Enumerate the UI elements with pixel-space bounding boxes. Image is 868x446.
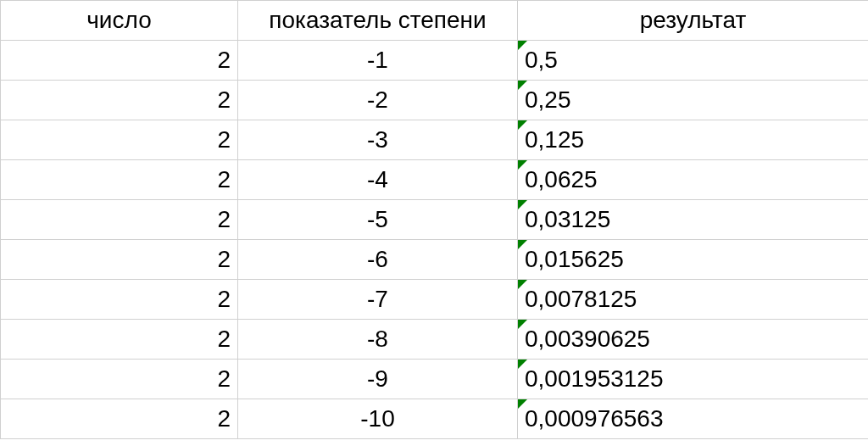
cell-result[interactable]: 0,125	[518, 120, 869, 160]
cell-exponent[interactable]: -2	[238, 81, 518, 120]
table-row: 2 -10 0,000976563	[1, 399, 869, 439]
cell-exponent[interactable]: -8	[238, 320, 518, 360]
table-row: 2 -9 0,001953125	[1, 360, 869, 399]
cell-number[interactable]: 2	[1, 240, 238, 280]
table-header-row: число показатель степени результат	[1, 1, 869, 41]
cell-number[interactable]: 2	[1, 360, 238, 399]
cell-result[interactable]: 0,03125	[518, 200, 869, 240]
cell-result[interactable]: 0,0625	[518, 160, 869, 200]
cell-number[interactable]: 2	[1, 160, 238, 200]
cell-result[interactable]: 0,015625	[518, 240, 869, 280]
power-table: число показатель степени результат 2 -1 …	[0, 0, 868, 439]
cell-exponent[interactable]: -9	[238, 360, 518, 399]
header-exponent[interactable]: показатель степени	[238, 1, 518, 41]
cell-result[interactable]: 0,25	[518, 81, 869, 120]
table-row: 2 -3 0,125	[1, 120, 869, 160]
cell-exponent[interactable]: -10	[238, 399, 518, 439]
cell-result[interactable]: 0,5	[518, 41, 869, 81]
cell-result[interactable]: 0,000976563	[518, 399, 869, 439]
cell-exponent[interactable]: -3	[238, 120, 518, 160]
table-row: 2 -6 0,015625	[1, 240, 869, 280]
cell-number[interactable]: 2	[1, 120, 238, 160]
cell-number[interactable]: 2	[1, 280, 238, 320]
cell-exponent[interactable]: -5	[238, 200, 518, 240]
cell-exponent[interactable]: -4	[238, 160, 518, 200]
table-row: 2 -1 0,5	[1, 41, 869, 81]
cell-result[interactable]: 0,001953125	[518, 360, 869, 399]
cell-exponent[interactable]: -6	[238, 240, 518, 280]
table-row: 2 -2 0,25	[1, 81, 869, 120]
cell-number[interactable]: 2	[1, 41, 238, 81]
header-number[interactable]: число	[1, 1, 238, 41]
cell-result[interactable]: 0,0078125	[518, 280, 869, 320]
header-result[interactable]: результат	[518, 1, 869, 41]
cell-number[interactable]: 2	[1, 200, 238, 240]
cell-exponent[interactable]: -1	[238, 41, 518, 81]
table-row: 2 -4 0,0625	[1, 160, 869, 200]
cell-number[interactable]: 2	[1, 320, 238, 360]
table-row: 2 -7 0,0078125	[1, 280, 869, 320]
cell-number[interactable]: 2	[1, 81, 238, 120]
cell-number[interactable]: 2	[1, 399, 238, 439]
cell-result[interactable]: 0,00390625	[518, 320, 869, 360]
table-row: 2 -5 0,03125	[1, 200, 869, 240]
cell-exponent[interactable]: -7	[238, 280, 518, 320]
table-row: 2 -8 0,00390625	[1, 320, 869, 360]
